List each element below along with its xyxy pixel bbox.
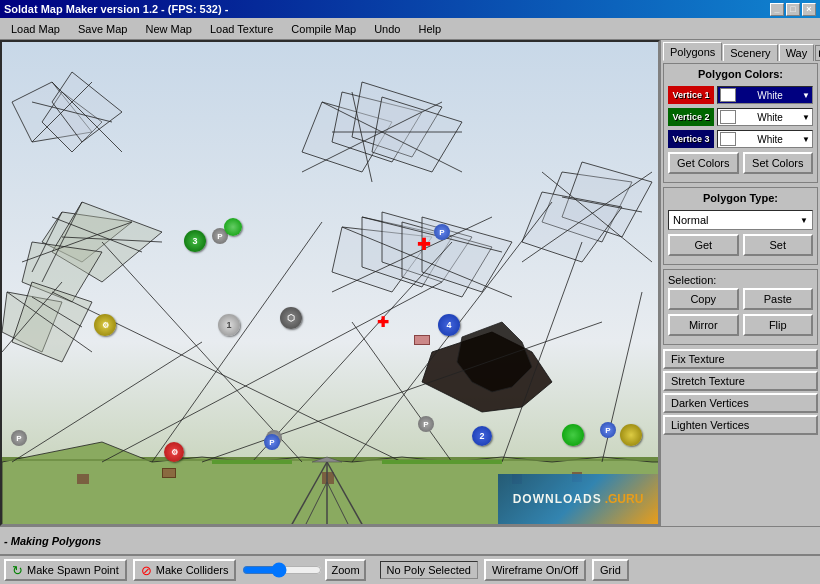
close-button[interactable]: × — [802, 3, 816, 16]
spawn-blue-4: 4 — [438, 314, 460, 336]
make-spawn-point-button[interactable]: ↻ Make Spawn Point — [4, 559, 127, 581]
spawn-point-green-3: 3 — [184, 230, 206, 252]
make-colliders-button[interactable]: ⊘ Make Colliders — [133, 559, 237, 581]
polygon-type-select[interactable]: Normal ▼ — [668, 210, 813, 230]
main-layout: P P P P 3 ⚙ 1 ⬡ ✚ P 4 ✚ ⚙ — [0, 40, 820, 526]
copy-paste-row: Copy Paste — [668, 288, 813, 310]
vertice3-swatch — [720, 132, 736, 146]
color-buttons-row: Get Colors Set Colors — [668, 152, 813, 174]
bottombar: ↻ Make Spawn Point ⊘ Make Colliders Zoom… — [0, 554, 820, 584]
polygon-type-section: Polygon Type: Normal ▼ Get Set — [663, 187, 818, 265]
menu-undo[interactable]: Undo — [365, 20, 409, 38]
polygon-colors-section: Polygon Colors: Vertice 1 White ▼ Vertic… — [663, 63, 818, 183]
type-dropdown-arrow[interactable]: ▼ — [800, 216, 808, 225]
p-badge: P — [418, 416, 434, 432]
menu-help[interactable]: Help — [409, 20, 450, 38]
spawn-yellow: ⚙ — [94, 314, 116, 336]
lighten-vertices-button[interactable]: Lighten Vertices — [663, 415, 818, 435]
minimize-button[interactable]: _ — [770, 3, 784, 16]
svg-rect-64 — [382, 460, 502, 464]
statusbar: - Making Polygons — [0, 526, 820, 554]
stop-icon: ⊘ — [141, 563, 152, 578]
vertice2-row: Vertice 2 White ▼ — [668, 108, 813, 126]
set-type-button[interactable]: Set — [743, 234, 814, 256]
vertice2-dropdown-arrow[interactable]: ▼ — [802, 113, 810, 122]
vertice1-dropdown-arrow[interactable]: ▼ — [802, 91, 810, 100]
spawn-gray: ⬡ — [280, 307, 302, 329]
p-badge: P — [11, 430, 27, 446]
svg-rect-59 — [77, 474, 89, 484]
set-colors-button[interactable]: Set Colors — [743, 152, 814, 174]
menu-load-texture[interactable]: Load Texture — [201, 20, 282, 38]
selection-section: Selection: Copy Paste Mirror Flip — [663, 269, 818, 345]
zoom-button[interactable]: Zoom — [325, 559, 365, 581]
tabs: Polygons Scenery Way ▶ — [663, 42, 818, 61]
title-text: Soldat Map Maker version 1.2 - (FPS: 532… — [4, 3, 228, 15]
mirror-button[interactable]: Mirror — [668, 314, 739, 336]
fix-texture-button[interactable]: Fix Texture — [663, 349, 818, 369]
refresh-icon: ↻ — [12, 563, 23, 578]
vertice3-dropdown-arrow[interactable]: ▼ — [802, 135, 810, 144]
stretch-texture-button[interactable]: Stretch Texture — [663, 371, 818, 391]
tabs-scroll-right[interactable]: ▶ — [815, 45, 820, 61]
tab-way[interactable]: Way — [779, 44, 815, 61]
type-buttons-row: Get Set — [668, 234, 813, 256]
polygon-type-title: Polygon Type: — [668, 192, 813, 204]
map-marker-pink — [414, 335, 430, 345]
spawn-label: Make Spawn Point — [27, 564, 119, 576]
paste-button[interactable]: Paste — [743, 288, 814, 310]
menu-load-map[interactable]: Load Map — [2, 20, 69, 38]
menu-save-map[interactable]: Save Map — [69, 20, 137, 38]
zoom-slider[interactable] — [242, 562, 322, 578]
wireframe-button[interactable]: Wireframe On/Off — [484, 559, 586, 581]
p-badge-top: P — [434, 224, 450, 240]
vertice1-select[interactable]: White ▼ — [717, 86, 813, 104]
svg-rect-60 — [322, 472, 334, 484]
flip-button[interactable]: Flip — [743, 314, 814, 336]
tab-scenery[interactable]: Scenery — [723, 44, 777, 61]
menu-new-map[interactable]: New Map — [136, 20, 200, 38]
menu-compile-map[interactable]: Compile Map — [282, 20, 365, 38]
spawn-white: 1 — [218, 314, 240, 336]
vertice3-select[interactable]: White ▼ — [717, 130, 813, 148]
colliders-label: Make Colliders — [156, 564, 229, 576]
polygon-colors-title: Polygon Colors: — [668, 68, 813, 80]
maximize-button[interactable]: □ — [786, 3, 800, 16]
red-cross-2: ✚ — [373, 312, 393, 332]
tab-polygons[interactable]: Polygons — [663, 42, 722, 61]
spawn-circle-green-small — [224, 218, 242, 236]
copy-button[interactable]: Copy — [668, 288, 739, 310]
p-badge-bottom-right: P — [600, 422, 616, 438]
no-poly-status: No Poly Selected — [380, 561, 478, 579]
grid-button[interactable]: Grid — [592, 559, 629, 581]
mirror-flip-row: Mirror Flip — [668, 314, 813, 336]
window-controls[interactable]: _ □ × — [770, 3, 816, 16]
vertice2-swatch — [720, 110, 736, 124]
vertice2-label: Vertice 2 — [668, 108, 714, 126]
right-panel: Polygons Scenery Way ▶ Polygon Colors: V… — [660, 40, 820, 526]
brown-marker — [162, 468, 176, 478]
titlebar: Soldat Map Maker version 1.2 - (FPS: 532… — [0, 0, 820, 18]
get-type-button[interactable]: Get — [668, 234, 739, 256]
svg-rect-63 — [212, 460, 292, 464]
get-colors-button[interactable]: Get Colors — [668, 152, 739, 174]
spawn-yellow-right — [620, 424, 642, 446]
spawn-red-bottom: ⚙ — [164, 442, 184, 462]
red-cross-icon: ✚ — [413, 234, 433, 254]
spawn-green-right — [562, 424, 584, 446]
vertice1-label: Vertice 1 — [668, 86, 714, 104]
status-text: - Making Polygons — [4, 535, 101, 547]
vertice3-label: Vertice 3 — [668, 130, 714, 148]
map-svg — [2, 42, 658, 524]
p-badge-bottom-left: P — [264, 434, 280, 450]
watermark: DOWNLOADS .GURU — [498, 474, 658, 524]
spawn-blue-2: 2 — [472, 426, 492, 446]
zoom-control: Zoom — [242, 559, 365, 581]
selection-label: Selection: — [668, 274, 813, 286]
vertice1-swatch — [720, 88, 736, 102]
vertice1-row: Vertice 1 White ▼ — [668, 86, 813, 104]
vertice2-select[interactable]: White ▼ — [717, 108, 813, 126]
map-canvas[interactable]: P P P P 3 ⚙ 1 ⬡ ✚ P 4 ✚ ⚙ — [0, 40, 660, 526]
vertice3-row: Vertice 3 White ▼ — [668, 130, 813, 148]
darken-vertices-button[interactable]: Darken Vertices — [663, 393, 818, 413]
